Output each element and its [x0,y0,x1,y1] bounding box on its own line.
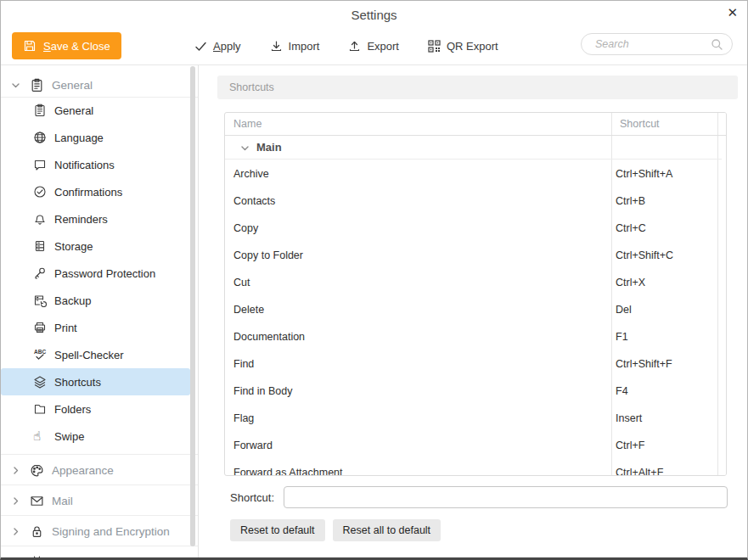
sidebar-group-general[interactable]: General [1,74,198,96]
sidebar-item-storage[interactable]: Storage [1,232,190,260]
table-row[interactable]: DocumentationF1 [225,323,722,350]
table-row[interactable]: Forward as AttachmentCtrl+Alt+F [225,459,722,476]
sidebar-item-general[interactable]: General [1,97,190,124]
sidebar-item-password-protection[interactable]: Password Protection [1,260,190,287]
shortcuts-table: Name Shortcut Main ArchiveCtrl+Shift+A C… [224,112,727,476]
palette-icon [30,463,45,478]
save-close-button[interactable]: Save & Close [12,32,121,59]
search-box[interactable] [581,33,733,55]
chevron-right-icon[interactable] [11,557,23,558]
export-label: Export [367,40,399,53]
sidebar-item-print[interactable]: Print [1,314,190,341]
sidebar-item-reminders[interactable]: Reminders [1,205,190,232]
table-header-row: Name Shortcut [225,113,726,136]
reset-all-to-default-button[interactable]: Reset all to default [333,519,441,541]
folder-icon [33,402,48,416]
download-arrow-icon [270,40,283,53]
table-group-row-main[interactable]: Main [225,137,722,160]
lock-icon [30,524,45,539]
sidebar-item-folders[interactable]: Folders [1,395,190,423]
save-icon [23,39,37,53]
qr-export-label: QR Export [447,40,498,53]
calendar-icon [30,555,45,558]
spellcheck-icon: ABC [33,348,48,361]
key-icon [33,266,48,280]
check-circle-icon [33,185,48,199]
envelope-icon [30,494,45,508]
table-row[interactable]: ForwardCtrl+F [225,432,722,459]
table-row[interactable]: Find in BodyF4 [225,378,722,405]
sidebar-group-appearance[interactable]: Appearance [1,454,198,485]
upload-arrow-icon [348,40,361,53]
qr-code-icon [428,40,441,53]
column-header-name[interactable]: Name [233,118,262,130]
apply-label: Apply [213,40,241,53]
clipboard-icon [33,104,48,117]
sidebar-item-confirmations[interactable]: Confirmations [1,178,190,205]
chevron-right-icon[interactable] [11,496,23,506]
qr-export-button[interactable]: QR Export [428,40,498,53]
chevron-right-icon[interactable] [11,527,23,536]
bell-icon [33,212,48,226]
svg-text:ABC: ABC [34,349,46,355]
table-row[interactable]: FindCtrl+Shift+F [225,350,722,378]
sidebar-item-notifications[interactable]: Notifications [1,151,190,178]
shortcuts-icon [33,375,48,389]
settings-window: Settings ✕ Save & Close Apply Import Exp… [0,0,748,560]
sidebar-divider [198,65,199,557]
section-header: Shortcuts [217,76,738,99]
column-header-shortcut[interactable]: Shortcut [620,118,660,130]
shortcut-field-label: Shortcut: [230,491,274,504]
sidebar: General General Language Notifications [1,65,198,557]
section-title: Shortcuts [229,81,274,93]
table-row[interactable]: ContactsCtrl+B [225,188,722,215]
sidebar-item-spell-checker[interactable]: ABC Spell-Checker [1,341,190,368]
sidebar-item-backup[interactable]: Backup [1,287,190,314]
sidebar-item-shortcuts[interactable]: Shortcuts [1,368,190,395]
apply-button[interactable]: Apply [194,40,241,53]
sidebar-item-language[interactable]: Language [1,124,190,151]
reset-buttons: Reset to default Reset all to default [230,519,441,541]
sidebar-item-swipe[interactable]: ☝ Swipe [1,423,190,450]
chevron-right-icon[interactable] [11,466,23,475]
backup-icon [33,294,48,307]
table-row[interactable]: CutCtrl+X [225,269,722,296]
table-row[interactable]: FlagInsert [225,405,722,432]
toolbar: Apply Import Export QR Export [194,32,498,59]
swipe-hand-icon: ☝ [33,429,48,443]
speech-bubble-icon [33,158,48,171]
clipboard-icon [30,78,45,92]
reset-to-default-button[interactable]: Reset to default [230,519,325,541]
search-input[interactable] [593,37,711,51]
table-row[interactable]: CopyCtrl+C [225,215,722,242]
sidebar-scrollbar-thumb[interactable] [190,66,195,546]
export-button[interactable]: Export [348,40,399,53]
close-icon[interactable]: ✕ [727,5,738,20]
printer-icon [33,321,48,334]
sidebar-group-calendar[interactable]: Calendar [1,546,198,557]
table-row[interactable]: ArchiveCtrl+Shift+A [225,160,722,188]
page-title: Settings [1,8,747,22]
import-button[interactable]: Import [270,40,320,53]
table-row[interactable]: Copy to FolderCtrl+Shift+C [225,242,722,269]
storage-icon [33,239,48,253]
chevron-down-icon[interactable] [240,143,250,153]
sidebar-group-signing-encryption[interactable]: Signing and Encryption [1,515,198,546]
globe-icon [33,131,48,144]
search-icon [711,38,723,51]
table-row[interactable]: DeleteDel [225,296,722,323]
sidebar-group-mail[interactable]: Mail [1,484,198,516]
save-close-label: Save & Close [43,40,110,53]
group-label: Main [256,141,282,154]
checkmark-icon [194,40,207,53]
shortcut-input[interactable] [284,486,728,508]
sidebar-group-label: General [52,79,93,92]
chevron-down-icon[interactable] [11,81,23,90]
import-label: Import [289,40,320,53]
table-rows: ArchiveCtrl+Shift+A ContactsCtrl+B CopyC… [225,160,722,476]
